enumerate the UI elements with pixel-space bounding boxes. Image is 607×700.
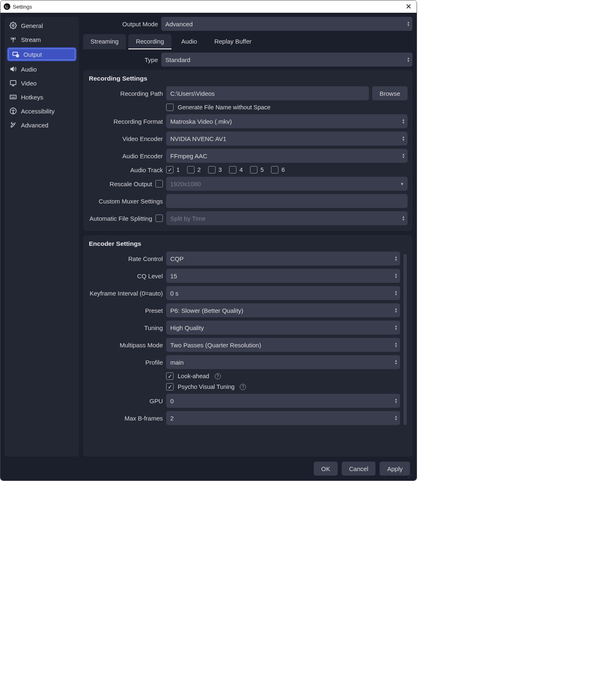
resize-grip-icon[interactable]: ⋰ [408, 474, 411, 479]
sidebar-item-label: Accessibility [21, 108, 55, 115]
window-title: Settings [13, 4, 32, 10]
type-label: Type [83, 56, 158, 63]
sidebar-item-hotkeys[interactable]: Hotkeys [5, 90, 79, 104]
rescale-output-label: Rescale Output [110, 180, 152, 187]
updown-icon: ▲▼ [407, 21, 410, 27]
updown-icon: ▲▼ [402, 118, 405, 124]
audio-track-label: Audio Track [88, 166, 163, 173]
svg-point-4 [17, 55, 18, 56]
tuning-select[interactable]: High Quality ▲▼ [166, 321, 400, 335]
cancel-button[interactable]: Cancel [342, 462, 376, 476]
svg-point-8 [13, 109, 14, 110]
audio-track-5-checkbox[interactable] [250, 166, 257, 173]
cq-level-spinner[interactable]: 15 ▲▼ [166, 269, 400, 283]
sidebar-item-stream[interactable]: Stream [5, 32, 79, 46]
auto-split-select[interactable]: Split by Time ▲▼ [166, 211, 408, 225]
output-mode-label: Output Mode [83, 21, 158, 28]
close-icon[interactable]: ✕ [404, 3, 413, 10]
audio-track-2-checkbox[interactable] [187, 166, 195, 173]
tab-replay-buffer[interactable]: Replay Buffer [207, 34, 259, 49]
sidebar-item-video[interactable]: Video [5, 76, 79, 90]
speaker-icon [9, 65, 17, 73]
audio-track-3-checkbox[interactable] [208, 166, 215, 173]
auto-split-checkbox[interactable] [155, 215, 163, 222]
help-icon[interactable]: ? [215, 373, 221, 379]
output-mode-select[interactable]: Advanced ▲▼ [161, 17, 412, 31]
encoder-settings-panel: Encoder Settings Rate Control CQP ▲▼ CQ … [83, 235, 412, 457]
tuning-label: Tuning [88, 324, 163, 331]
updown-icon: ▲▼ [394, 290, 398, 296]
scrollbar-thumb[interactable] [403, 254, 407, 425]
svg-point-0 [12, 25, 14, 27]
updown-icon: ▲▼ [394, 273, 398, 279]
psycho-visual-checkbox[interactable] [166, 383, 174, 390]
ok-button[interactable]: OK [314, 462, 338, 476]
sidebar-item-audio[interactable]: Audio [5, 62, 79, 76]
custom-muxer-label: Custom Muxer Settings [88, 198, 163, 205]
video-encoder-label: Video Encoder [88, 135, 163, 142]
recording-format-label: Recording Format [88, 118, 163, 125]
updown-icon: ▲▼ [394, 415, 398, 421]
gear-icon [9, 22, 17, 29]
recording-path-input[interactable] [166, 86, 369, 100]
tab-audio[interactable]: Audio [174, 34, 204, 49]
look-ahead-checkbox[interactable] [166, 372, 174, 380]
gen-filename-nospace-label: Generate File Name without Space [178, 104, 271, 111]
gpu-spinner[interactable]: 0 ▲▼ [166, 394, 400, 408]
tab-streaming[interactable]: Streaming [83, 34, 126, 49]
profile-select[interactable]: main ▲▼ [166, 355, 400, 369]
accessibility-icon [9, 107, 17, 115]
gen-filename-nospace-checkbox[interactable] [166, 104, 174, 111]
sidebar-item-label: General [21, 22, 43, 29]
video-encoder-select[interactable]: NVIDIA NVENC AV1 ▲▼ [166, 132, 408, 146]
dialog-footer: OK Cancel Apply ⋰ [5, 457, 412, 481]
rate-control-select[interactable]: CQP ▲▼ [166, 252, 400, 266]
custom-muxer-input[interactable] [166, 194, 408, 208]
rescale-output-checkbox[interactable] [155, 180, 163, 187]
sidebar-item-label: Hotkeys [21, 94, 43, 101]
recording-path-label: Recording Path [88, 90, 163, 97]
browse-button[interactable]: Browse [372, 86, 408, 100]
tools-icon [9, 121, 17, 129]
updown-icon: ▲▼ [402, 153, 405, 159]
audio-track-1-checkbox[interactable] [166, 166, 174, 173]
sidebar-item-label: Stream [21, 36, 41, 43]
rate-control-label: Rate Control [88, 255, 163, 262]
sidebar-item-general[interactable]: General [5, 18, 79, 32]
preset-select[interactable]: P6: Slower (Better Quality) ▲▼ [166, 303, 400, 317]
apply-button[interactable]: Apply [380, 462, 410, 476]
svg-rect-5 [10, 81, 16, 85]
help-icon[interactable]: ? [240, 384, 246, 390]
audio-encoder-select[interactable]: FFmpeg AAC ▲▼ [166, 149, 408, 163]
updown-icon: ▲▼ [407, 57, 410, 62]
auto-split-label: Automatic File Splitting [89, 215, 152, 222]
updown-icon: ▲▼ [394, 398, 398, 404]
antenna-icon [9, 36, 17, 43]
updown-icon: ▲▼ [394, 307, 398, 313]
rescale-output-select[interactable]: 1920x1080 ▾ [166, 177, 408, 191]
updown-icon: ▲▼ [394, 325, 398, 330]
updown-icon: ▲▼ [394, 342, 398, 348]
encoder-scrollbar[interactable] [403, 254, 407, 448]
app-icon [4, 3, 10, 10]
audio-track-4-checkbox[interactable] [229, 166, 236, 173]
sidebar-item-advanced[interactable]: Advanced [5, 118, 79, 132]
tab-recording[interactable]: Recording [128, 34, 171, 49]
multipass-mode-select[interactable]: Two Passes (Quarter Resolution) ▲▼ [166, 338, 400, 352]
max-bframes-spinner[interactable]: 2 ▲▼ [166, 411, 400, 425]
updown-icon: ▲▼ [402, 136, 405, 141]
audio-track-6-checkbox[interactable] [271, 166, 278, 173]
keyframe-interval-spinner[interactable]: 0 s ▲▼ [166, 286, 400, 300]
sidebar-item-accessibility[interactable]: Accessibility [5, 104, 79, 118]
type-select[interactable]: Standard ▲▼ [161, 53, 412, 67]
sidebar-item-output[interactable]: Output [7, 47, 76, 61]
profile-label: Profile [88, 359, 163, 366]
chevron-down-icon: ▾ [401, 181, 403, 187]
updown-icon: ▲▼ [394, 256, 398, 261]
titlebar: Settings ✕ [0, 0, 417, 13]
psycho-visual-label: Psycho Visual Tuning [178, 383, 234, 390]
output-tabs: Streaming Recording Audio Replay Buffer [83, 34, 412, 49]
look-ahead-label: Look-ahead [178, 373, 209, 379]
recording-format-select[interactable]: Matroska Video (.mkv) ▲▼ [166, 114, 408, 128]
updown-icon: ▲▼ [394, 359, 398, 365]
